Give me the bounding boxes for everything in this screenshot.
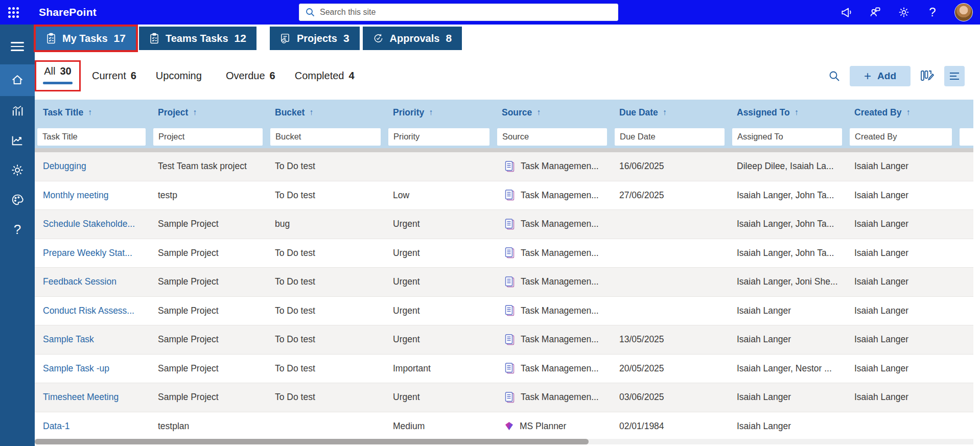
search-icon[interactable] <box>828 70 841 82</box>
table-filter-row <box>35 125 973 148</box>
table-row[interactable]: Prepare Weekly Stat... Sample Project To… <box>35 239 973 268</box>
tab-teams-tasks[interactable]: Teams Tasks 12 <box>139 27 256 50</box>
sidebar-item-settings[interactable] <box>0 155 35 185</box>
task-title-link[interactable]: Debugging <box>35 161 151 172</box>
project-cell: Sample Project <box>151 276 268 287</box>
brand-title: SharePoint <box>39 6 97 18</box>
filter-input-due-date[interactable] <box>615 128 725 146</box>
site-search[interactable] <box>299 4 618 21</box>
tab-label: My Tasks <box>62 33 108 44</box>
filter-tab-upcoming[interactable]: Upcoming <box>156 70 206 82</box>
priority-cell: Important <box>386 363 495 374</box>
help-icon[interactable]: ? <box>926 6 939 19</box>
priority-cell: Urgent <box>386 219 495 229</box>
sidebar-item-help[interactable]: ? <box>0 215 35 244</box>
project-cell: Sample Project <box>151 306 268 316</box>
sidebar-item-theme[interactable] <box>0 185 35 215</box>
column-header-source[interactable]: Source↑ <box>495 107 612 118</box>
source-label: Task Managemen... <box>521 190 599 201</box>
task-title-link[interactable]: Sample Task <box>35 334 151 345</box>
filter-tab-current[interactable]: Current6 <box>92 70 136 82</box>
column-header-created-by[interactable]: Created By↑ <box>847 107 957 118</box>
tab-approvals[interactable]: Approvals 8 <box>363 27 462 50</box>
task-title-link[interactable]: Data-1 <box>35 421 151 432</box>
due-date-cell: 27/06/2025 <box>612 190 730 201</box>
sidebar-item-reports[interactable] <box>0 126 35 155</box>
table-row[interactable]: Monthly meeting testp To Do test Low Tas… <box>35 181 973 210</box>
left-sidebar: ? <box>0 25 35 446</box>
sidebar-item-home[interactable] <box>0 64 35 96</box>
task-title-link[interactable]: Timesheet Meeting <box>35 392 151 403</box>
created-by-cell: Isaiah Langer <box>847 306 957 316</box>
task-title-link[interactable]: Conduct Risk Assess... <box>35 306 151 316</box>
table-row[interactable]: Data-1 testplan Medium MS Planner 02/01/… <box>35 412 973 441</box>
tab-projects[interactable]: Projects 3 <box>270 27 360 50</box>
project-board-icon <box>280 33 291 44</box>
bucket-cell: To Do test <box>268 392 386 403</box>
task-title-link[interactable]: Prepare Weekly Stat... <box>35 248 151 259</box>
sidebar-item-dashboard[interactable] <box>0 96 35 126</box>
column-header-priority[interactable]: Priority↑ <box>386 107 495 118</box>
assigned-to-cell: Isaiah Langer <box>730 306 847 316</box>
grid-top-scrollbar[interactable] <box>35 148 973 152</box>
table-row[interactable]: Feedback Session Sample Project To Do te… <box>35 268 973 297</box>
column-header-task-title[interactable]: Task Title↑ <box>35 107 151 118</box>
filter-input-cutoff[interactable] <box>960 128 975 146</box>
table-row[interactable]: Debugging Test Team task project To Do t… <box>35 152 973 181</box>
search-input[interactable] <box>320 8 612 17</box>
edit-columns-icon[interactable] <box>920 69 935 83</box>
filter-input-priority[interactable] <box>388 128 489 146</box>
table-row[interactable]: Sample Task -up Sample Project To Do tes… <box>35 355 973 384</box>
palette-icon <box>10 193 25 207</box>
task-title-link[interactable]: Sample Task -up <box>35 363 151 374</box>
created-by-cell: Isaiah Langer <box>847 161 957 172</box>
filter-input-project[interactable] <box>153 128 263 146</box>
column-header-bucket[interactable]: Bucket↑ <box>268 107 386 118</box>
approval-sync-icon <box>373 33 384 44</box>
filter-input-task-title[interactable] <box>37 128 146 146</box>
bucket-cell: To Do test <box>268 276 386 287</box>
settings-icon[interactable] <box>897 6 911 19</box>
assigned-to-cell: Isaiah Langer, John Ta... <box>730 190 847 201</box>
source-label: Task Managemen... <box>521 392 599 403</box>
tab-my-tasks[interactable]: My Tasks 17 <box>36 27 136 50</box>
source-cell: Task Managemen... <box>495 392 612 403</box>
task-title-link[interactable]: Monthly meeting <box>35 190 151 201</box>
created-by-cell: Isaiah Langer <box>847 334 957 345</box>
megaphone-icon[interactable] <box>840 6 853 19</box>
search-icon <box>306 8 315 17</box>
filter-tab-overdue[interactable]: Overdue6 <box>226 70 275 82</box>
horizontal-scrollbar[interactable] <box>35 439 973 444</box>
trend-chart-icon <box>10 133 25 148</box>
task-title-link[interactable]: Feedback Session <box>35 276 151 287</box>
horizontal-scrollbar-thumb[interactable] <box>35 439 589 444</box>
tab-label: Approvals <box>390 33 440 44</box>
task-title-link[interactable]: Schedule Stakeholde... <box>35 219 151 229</box>
column-header-assigned-to[interactable]: Assigned To↑ <box>730 107 847 118</box>
assigned-to-cell: Isaiah Langer <box>730 392 847 403</box>
filter-input-assigned-to[interactable] <box>732 128 842 146</box>
table-row[interactable]: Conduct Risk Assess... Sample Project To… <box>35 297 973 326</box>
assigned-to-cell: Isaiah Langer, John Ta... <box>730 248 847 259</box>
list-view-button[interactable] <box>944 66 965 86</box>
user-avatar[interactable] <box>954 3 973 21</box>
due-date-cell: 20/05/2025 <box>612 363 730 374</box>
column-header-project[interactable]: Project↑ <box>151 107 268 118</box>
add-button[interactable]: + Add <box>850 66 911 86</box>
filter-input-bucket[interactable] <box>270 128 381 146</box>
filter-tab-all[interactable]: All 30 <box>35 60 81 91</box>
app-launcher-icon[interactable] <box>0 0 27 25</box>
tab-count: 8 <box>446 32 452 44</box>
source-label: Task Managemen... <box>521 363 599 374</box>
priority-cell: Urgent <box>386 306 495 316</box>
column-header-due-date[interactable]: Due Date↑ <box>612 107 730 118</box>
table-row[interactable]: Sample Task Sample Project To Do test Ur… <box>35 325 973 355</box>
filter-input-source[interactable] <box>497 128 607 146</box>
filter-input-created-by[interactable] <box>850 128 952 146</box>
table-row[interactable]: Schedule Stakeholde... Sample Project bu… <box>35 210 973 239</box>
menu-icon[interactable] <box>0 32 35 61</box>
assigned-to-cell: Isaiah Langer, Joni She... <box>730 276 847 287</box>
table-row[interactable]: Timesheet Meeting Sample Project To Do t… <box>35 383 973 412</box>
feedback-people-icon[interactable] <box>869 6 882 19</box>
filter-tab-completed[interactable]: Completed4 <box>295 70 355 82</box>
